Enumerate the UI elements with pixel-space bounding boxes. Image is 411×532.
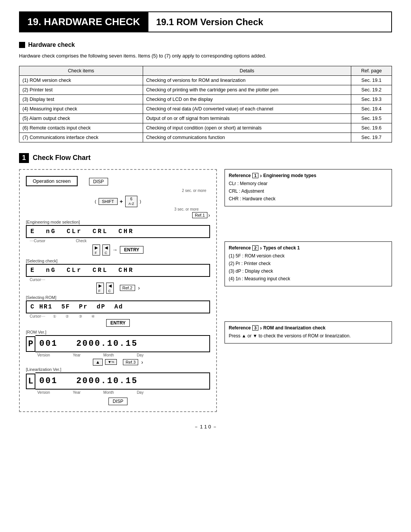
- col-details: Details: [143, 66, 351, 75]
- num2-label: ②: [65, 314, 69, 318]
- ref2-title-row: Reference 2 › Types of check 1: [229, 245, 388, 251]
- hardware-check-body: Hardware check comprises the following s…: [19, 52, 392, 60]
- disp-button-bottom[interactable]: DISP: [108, 398, 127, 405]
- check-label-1: Check: [76, 239, 86, 243]
- col-ref-page: Ref. page: [351, 66, 392, 75]
- table-cell-2-0: (3) Display test: [19, 94, 143, 104]
- op-screen-box: Operation screen: [26, 176, 78, 186]
- selecting-check-label: [Selecting check]: [26, 259, 210, 263]
- table-row: (2) Printer testChecking of printing wit…: [19, 85, 392, 94]
- table-cell-6-1: Checking of communications function: [143, 133, 351, 142]
- table-cell-0-2: Sec. 19.1: [351, 75, 392, 85]
- arrow-right-1: →: [112, 247, 118, 253]
- flowchart-container: Operation screen DISP 2 sec. or more ( S…: [19, 169, 392, 412]
- ref2-label: Reference: [229, 245, 251, 251]
- table-row: (3) Display testChecking of LCD on the d…: [19, 94, 392, 104]
- table-cell-5-2: Sec. 19.6: [351, 123, 392, 133]
- az-button[interactable]: 6A-Z: [125, 196, 138, 207]
- ref2-arrow: ›: [260, 245, 262, 251]
- entry-button-1[interactable]: ENTRY: [120, 246, 143, 254]
- ref3-chevron: ›: [141, 359, 143, 365]
- rom-ver-label: [ROM Ver.]: [26, 330, 210, 334]
- version2-label: Version: [37, 390, 50, 395]
- ref1-num: 1: [252, 173, 258, 178]
- table-row: (7) Communications interface checkChecki…: [19, 133, 392, 142]
- disp-button-top[interactable]: DISP: [89, 178, 108, 185]
- num1-label: ①: [53, 314, 56, 318]
- ref2-link[interactable]: Ref.2: [120, 285, 135, 291]
- ref3-box: Reference 3 › ROM and linearization chec…: [225, 321, 392, 343]
- linear-ver-sublabels: Version Year Month Day: [26, 390, 210, 395]
- lcd-eng-mode: E nG CLr CRL CHR: [26, 225, 210, 238]
- plus-sign: +: [120, 198, 123, 204]
- ref1-chevron: ›: [208, 212, 210, 218]
- note-3sec: 3 sec. or more: [26, 207, 210, 211]
- ref2-chevron: ›: [138, 285, 140, 291]
- table-cell-4-2: Sec. 19.5: [351, 113, 392, 123]
- ref2-item-2: (3) dP : Display check: [229, 268, 388, 275]
- check-flow-title: Check Flow Chart: [33, 154, 91, 162]
- op-screen-section: Operation screen DISP 2 sec. or more: [26, 176, 210, 193]
- c-button[interactable]: ◀C: [102, 244, 110, 256]
- check-items-table: Check items Details Ref. page (1) ROM ve…: [19, 66, 392, 142]
- flowchart-right: Reference 1 › Engineering mode types CLr…: [225, 169, 392, 343]
- down-arrow-button[interactable]: ▼%: [105, 359, 117, 365]
- shift-az-row: ( SHIFT + 6A-Z ): [26, 196, 210, 207]
- table-cell-5-1: Checking of input condition (open or sho…: [143, 123, 351, 133]
- page-header: 19. HARDWARE CHECK 19.1 ROM Version Chec…: [19, 11, 392, 32]
- version-label: Version: [37, 353, 50, 357]
- lcd-rom-p: P: [26, 336, 35, 352]
- linear-ver-display-row: L 001 2000.10.15: [26, 372, 210, 390]
- ref1-link[interactable]: Ref.1: [192, 212, 207, 218]
- up-arrow-button[interactable]: ▲: [93, 359, 103, 366]
- ref2-item-1: (2) Pr : Printer check: [229, 260, 388, 267]
- table-cell-4-0: (5) Alarm output check: [19, 113, 143, 123]
- ref1-item-0: CLr : Memory clear: [229, 180, 388, 187]
- table-cell-1-1: Checking of printing with the cartridge …: [143, 85, 351, 94]
- lcd-linear-content: 001 2000.10.15: [35, 372, 210, 390]
- entry-button-2[interactable]: ENTRY: [106, 319, 130, 327]
- section-number: 1: [19, 153, 29, 163]
- table-cell-1-0: (2) Printer test: [19, 85, 143, 94]
- close-paren: ): [140, 199, 141, 204]
- black-square-icon: [19, 42, 25, 48]
- table-cell-2-1: Checking of LCD on the display: [143, 94, 351, 104]
- ref2-title: Types of check 1: [263, 245, 300, 251]
- day2-label: Day: [137, 390, 143, 395]
- fc-entry-row: ▶F ◀C → ENTRY: [26, 244, 210, 256]
- hardware-check-heading: Hardware check: [19, 42, 392, 48]
- f-button-2[interactable]: ▶F: [96, 283, 104, 294]
- shift-button[interactable]: SHIFT: [99, 198, 118, 205]
- ref1-label: Reference: [229, 173, 251, 178]
- ref2-box: Reference 2 › Types of check 1 (1) 5F : …: [225, 241, 392, 286]
- page-number: － 1 1 0 －: [19, 423, 392, 430]
- table-cell-2-2: Sec. 19.3: [351, 94, 392, 104]
- ref1-box: Reference 1 › Engineering mode types CLr…: [225, 169, 392, 206]
- ref3-num: 3: [252, 325, 258, 331]
- ref1-items: CLr : Memory clearCRL : AdjustmentCHR : …: [229, 180, 388, 202]
- table-row: (4) Measuring input checkChecking of rea…: [19, 104, 392, 113]
- month-label: Month: [104, 353, 114, 357]
- header-left: 19. HARDWARE CHECK: [20, 12, 148, 32]
- ref1-title: Engineering mode types: [263, 173, 316, 178]
- ref2-item-3: (4) 1n : Measuring input check: [229, 275, 388, 282]
- ref3-label: Reference: [229, 325, 251, 331]
- ref3-link[interactable]: Ref.3: [123, 359, 138, 365]
- col-check-items: Check items: [19, 66, 143, 75]
- table-cell-3-2: Sec. 19.4: [351, 104, 392, 113]
- table-row: (1) ROM version checkChecking of version…: [19, 75, 392, 85]
- c-button-2[interactable]: ◀C: [106, 283, 114, 294]
- f-button[interactable]: ▶F: [92, 244, 100, 256]
- cursor-label-3: Cursor····: [30, 314, 45, 318]
- ref2-num: 2: [252, 245, 258, 251]
- updown-ref3-row: ▲ ▼% Ref.3 ›: [26, 359, 210, 366]
- flowchart-left: Operation screen DISP 2 sec. or more ( S…: [19, 169, 217, 412]
- table-cell-0-1: Checking of versions for ROM and lineari…: [143, 75, 351, 85]
- linear-ver-label: [Linearlization Ver.]: [26, 367, 210, 372]
- ref3-arrow: ›: [260, 325, 262, 331]
- ref3-title-row: Reference 3 › ROM and linearization chec…: [229, 325, 388, 331]
- ref1-arrow: ›: [260, 173, 262, 179]
- year2-label: Year: [73, 390, 80, 395]
- cursor-nums-row: Cursor···· ① ② ③ ④: [26, 314, 210, 318]
- ref1-item-2: CHR : Hardware check: [229, 195, 388, 202]
